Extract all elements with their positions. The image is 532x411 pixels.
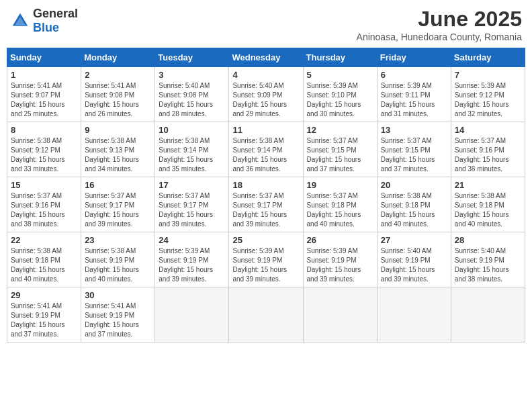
cell-info: Sunrise: 5:38 AMSunset: 9:18 PMDaylight:… xyxy=(455,191,521,229)
cell-daylight: Daylight: 15 hours and 39 minutes. xyxy=(307,265,373,284)
cell-sunrise: Sunrise: 5:38 AM xyxy=(11,246,77,256)
cell-info: Sunrise: 5:41 AMSunset: 9:08 PMDaylight:… xyxy=(85,81,151,119)
table-row: 14Sunrise: 5:37 AMSunset: 9:16 PMDayligh… xyxy=(451,122,525,177)
cell-info: Sunrise: 5:40 AMSunset: 9:09 PMDaylight:… xyxy=(232,81,299,119)
cell-day-number: 20 xyxy=(381,180,447,190)
table-row: 13Sunrise: 5:37 AMSunset: 9:15 PMDayligh… xyxy=(377,122,451,177)
cell-daylight: Daylight: 15 hours and 39 minutes. xyxy=(85,210,151,229)
cell-day-number: 13 xyxy=(381,125,447,135)
cell-sunset: Sunset: 9:18 PM xyxy=(11,256,77,265)
table-row: 29Sunrise: 5:41 AMSunset: 9:19 PMDayligh… xyxy=(7,287,81,342)
cell-day-number: 17 xyxy=(159,180,225,190)
cell-info: Sunrise: 5:40 AMSunset: 9:08 PMDaylight:… xyxy=(159,81,225,119)
table-row: 19Sunrise: 5:37 AMSunset: 9:18 PMDayligh… xyxy=(303,177,377,232)
cell-daylight: Daylight: 15 hours and 39 minutes. xyxy=(381,265,447,284)
table-row: 6Sunrise: 5:39 AMSunset: 9:11 PMDaylight… xyxy=(377,67,451,122)
cell-day-number: 10 xyxy=(159,125,225,135)
cell-day-number: 14 xyxy=(455,125,521,135)
cell-sunrise: Sunrise: 5:37 AM xyxy=(159,191,225,201)
subtitle: Aninoasa, Hunedoara County, Romania xyxy=(357,32,522,42)
cell-day-number: 27 xyxy=(381,235,447,245)
logo-text-blue: Blue xyxy=(33,21,59,34)
cell-day-number: 1 xyxy=(11,70,77,80)
cell-sunrise: Sunrise: 5:41 AM xyxy=(11,81,77,91)
cell-sunset: Sunset: 9:10 PM xyxy=(307,91,373,100)
cell-sunrise: Sunrise: 5:38 AM xyxy=(455,191,521,201)
cell-info: Sunrise: 5:37 AMSunset: 9:17 PMDaylight:… xyxy=(85,191,151,229)
cell-sunset: Sunset: 9:08 PM xyxy=(85,91,151,100)
cell-daylight: Daylight: 15 hours and 39 minutes. xyxy=(232,210,299,229)
cell-info: Sunrise: 5:37 AMSunset: 9:15 PMDaylight:… xyxy=(381,136,447,174)
cell-info: Sunrise: 5:39 AMSunset: 9:10 PMDaylight:… xyxy=(307,81,373,119)
table-row: 22Sunrise: 5:38 AMSunset: 9:18 PMDayligh… xyxy=(7,232,81,287)
table-row: 26Sunrise: 5:39 AMSunset: 9:19 PMDayligh… xyxy=(303,232,377,287)
col-wednesday: Wednesday xyxy=(229,48,303,67)
cell-day-number: 29 xyxy=(11,290,77,300)
cell-daylight: Daylight: 15 hours and 29 minutes. xyxy=(232,100,299,119)
cell-daylight: Daylight: 15 hours and 32 minutes. xyxy=(455,100,521,119)
cell-daylight: Daylight: 15 hours and 39 minutes. xyxy=(159,265,225,284)
cell-sunset: Sunset: 9:08 PM xyxy=(159,91,225,100)
cell-sunset: Sunset: 9:16 PM xyxy=(455,146,521,155)
cell-info: Sunrise: 5:37 AMSunset: 9:17 PMDaylight:… xyxy=(232,191,299,229)
cell-day-number: 16 xyxy=(85,180,151,190)
cell-sunrise: Sunrise: 5:37 AM xyxy=(11,191,77,201)
cell-sunrise: Sunrise: 5:41 AM xyxy=(11,302,77,311)
cell-daylight: Daylight: 15 hours and 30 minutes. xyxy=(307,100,373,119)
col-saturday: Saturday xyxy=(451,48,525,67)
cell-daylight: Daylight: 15 hours and 25 minutes. xyxy=(11,100,77,119)
cell-sunrise: Sunrise: 5:39 AM xyxy=(381,81,447,91)
cell-day-number: 25 xyxy=(232,235,299,245)
cell-sunset: Sunset: 9:19 PM xyxy=(159,256,225,265)
cell-sunrise: Sunrise: 5:38 AM xyxy=(85,136,151,146)
table-row: 18Sunrise: 5:37 AMSunset: 9:17 PMDayligh… xyxy=(229,177,303,232)
cell-daylight: Daylight: 15 hours and 40 minutes. xyxy=(307,210,373,229)
cell-day-number: 24 xyxy=(159,235,225,245)
cell-sunset: Sunset: 9:19 PM xyxy=(85,256,151,265)
cell-day-number: 23 xyxy=(85,235,151,245)
table-row: 10Sunrise: 5:38 AMSunset: 9:14 PMDayligh… xyxy=(155,122,229,177)
cell-info: Sunrise: 5:39 AMSunset: 9:11 PMDaylight:… xyxy=(381,81,447,119)
cell-sunrise: Sunrise: 5:39 AM xyxy=(307,246,373,256)
cell-info: Sunrise: 5:39 AMSunset: 9:19 PMDaylight:… xyxy=(307,246,373,284)
cell-sunrise: Sunrise: 5:37 AM xyxy=(307,136,373,146)
cell-info: Sunrise: 5:38 AMSunset: 9:14 PMDaylight:… xyxy=(159,136,225,174)
cell-daylight: Daylight: 15 hours and 37 minutes. xyxy=(85,320,151,339)
calendar-row: 1Sunrise: 5:41 AMSunset: 9:07 PMDaylight… xyxy=(7,67,525,122)
cell-info: Sunrise: 5:37 AMSunset: 9:17 PMDaylight:… xyxy=(159,191,225,229)
table-row: 17Sunrise: 5:37 AMSunset: 9:17 PMDayligh… xyxy=(155,177,229,232)
cell-sunset: Sunset: 9:15 PM xyxy=(381,146,447,155)
cell-info: Sunrise: 5:37 AMSunset: 9:16 PMDaylight:… xyxy=(11,191,77,229)
cell-sunset: Sunset: 9:19 PM xyxy=(232,256,299,265)
cell-day-number: 2 xyxy=(85,70,151,80)
table-row: 20Sunrise: 5:38 AMSunset: 9:18 PMDayligh… xyxy=(377,177,451,232)
cell-sunrise: Sunrise: 5:39 AM xyxy=(159,246,225,256)
cell-sunrise: Sunrise: 5:38 AM xyxy=(381,191,447,201)
cell-sunset: Sunset: 9:14 PM xyxy=(232,146,299,155)
cell-sunrise: Sunrise: 5:37 AM xyxy=(307,191,373,201)
cell-day-number: 6 xyxy=(381,70,447,80)
cell-day-number: 18 xyxy=(232,180,299,190)
cell-info: Sunrise: 5:37 AMSunset: 9:16 PMDaylight:… xyxy=(455,136,521,174)
table-row: 9Sunrise: 5:38 AMSunset: 9:13 PMDaylight… xyxy=(81,122,155,177)
cell-day-number: 15 xyxy=(11,180,77,190)
cell-sunrise: Sunrise: 5:40 AM xyxy=(232,81,299,91)
table-row: 4Sunrise: 5:40 AMSunset: 9:09 PMDaylight… xyxy=(229,67,303,122)
cell-day-number: 7 xyxy=(455,70,521,80)
cell-daylight: Daylight: 15 hours and 26 minutes. xyxy=(85,100,151,119)
cell-sunset: Sunset: 9:12 PM xyxy=(11,146,77,155)
cell-day-number: 26 xyxy=(307,235,373,245)
cell-info: Sunrise: 5:41 AMSunset: 9:07 PMDaylight:… xyxy=(11,81,77,119)
table-row: 8Sunrise: 5:38 AMSunset: 9:12 PMDaylight… xyxy=(7,122,81,177)
cell-daylight: Daylight: 15 hours and 31 minutes. xyxy=(381,100,447,119)
cell-sunset: Sunset: 9:12 PM xyxy=(455,91,521,100)
cell-sunset: Sunset: 9:13 PM xyxy=(85,146,151,155)
cell-sunset: Sunset: 9:07 PM xyxy=(11,91,77,100)
table-row: 24Sunrise: 5:39 AMSunset: 9:19 PMDayligh… xyxy=(155,232,229,287)
cell-info: Sunrise: 5:40 AMSunset: 9:19 PMDaylight:… xyxy=(455,246,521,284)
calendar: Sunday Monday Tuesday Wednesday Thursday… xyxy=(7,48,525,342)
cell-day-number: 8 xyxy=(11,125,77,135)
calendar-row: 8Sunrise: 5:38 AMSunset: 9:12 PMDaylight… xyxy=(7,122,525,177)
cell-sunrise: Sunrise: 5:38 AM xyxy=(11,136,77,146)
table-row: 7Sunrise: 5:39 AMSunset: 9:12 PMDaylight… xyxy=(451,67,525,122)
